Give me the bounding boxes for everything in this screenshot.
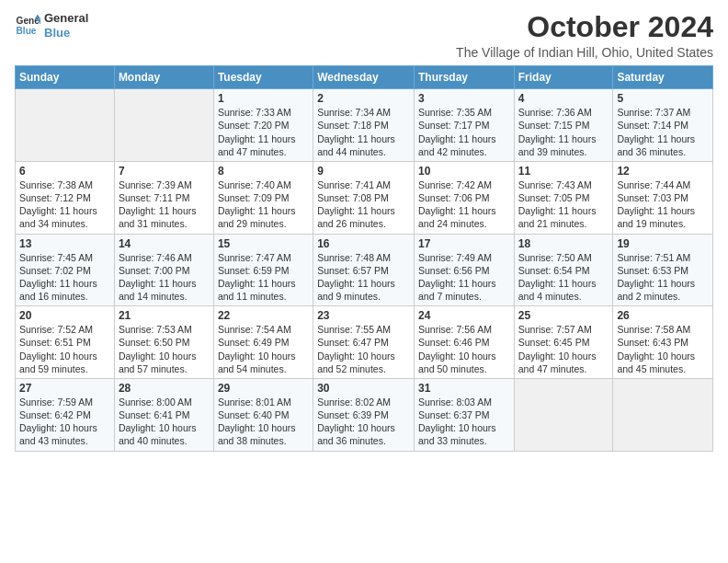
day-number: 28 — [119, 382, 210, 395]
table-row: 19Sunrise: 7:51 AM Sunset: 6:53 PM Dayli… — [613, 234, 713, 306]
logo-text-general: General — [44, 11, 88, 26]
day-info: Sunrise: 8:03 AM Sunset: 6:37 PM Dayligh… — [418, 396, 510, 448]
day-info: Sunrise: 7:53 AM Sunset: 6:50 PM Dayligh… — [119, 323, 210, 375]
day-info: Sunrise: 7:46 AM Sunset: 7:00 PM Dayligh… — [119, 251, 210, 304]
table-row: 23Sunrise: 7:55 AM Sunset: 6:47 PM Dayli… — [313, 306, 415, 379]
day-info: Sunrise: 7:41 AM Sunset: 7:08 PM Dayligh… — [317, 178, 410, 231]
day-number: 30 — [317, 382, 410, 395]
day-number: 24 — [418, 309, 510, 322]
day-info: Sunrise: 7:39 AM Sunset: 7:11 PM Dayligh… — [119, 178, 210, 231]
table-row: 24Sunrise: 7:56 AM Sunset: 6:46 PM Dayli… — [414, 306, 514, 379]
table-row: 27Sunrise: 7:59 AM Sunset: 6:42 PM Dayli… — [16, 378, 115, 451]
table-row: 22Sunrise: 7:54 AM Sunset: 6:49 PM Dayli… — [213, 306, 313, 379]
page: General Blue General Blue October 2024 T… — [0, 0, 728, 563]
table-row: 18Sunrise: 7:50 AM Sunset: 6:54 PM Dayli… — [514, 234, 613, 306]
table-row: 30Sunrise: 8:02 AM Sunset: 6:39 PM Dayli… — [313, 378, 415, 451]
day-number: 22 — [218, 309, 309, 322]
table-row — [514, 378, 613, 451]
day-info: Sunrise: 7:36 AM Sunset: 7:15 PM Dayligh… — [518, 106, 609, 158]
day-number: 6 — [19, 165, 110, 178]
calendar-week-row: 1Sunrise: 7:33 AM Sunset: 7:20 PM Daylig… — [16, 89, 713, 162]
table-row: 1Sunrise: 7:33 AM Sunset: 7:20 PM Daylig… — [213, 89, 313, 162]
day-number: 9 — [317, 165, 410, 178]
svg-text:Blue: Blue — [17, 25, 37, 35]
day-info: Sunrise: 7:49 AM Sunset: 6:56 PM Dayligh… — [418, 251, 510, 304]
day-info: Sunrise: 7:45 AM Sunset: 7:02 PM Dayligh… — [19, 251, 110, 304]
calendar-week-row: 20Sunrise: 7:52 AM Sunset: 6:51 PM Dayli… — [16, 306, 713, 379]
day-info: Sunrise: 7:34 AM Sunset: 7:18 PM Dayligh… — [317, 106, 410, 158]
logo-text-blue: Blue — [44, 26, 88, 40]
day-number: 1 — [218, 92, 309, 105]
calendar-header-row: Sunday Monday Tuesday Wednesday Thursday… — [16, 66, 713, 89]
day-number: 25 — [518, 309, 609, 322]
day-info: Sunrise: 7:50 AM Sunset: 6:54 PM Dayligh… — [518, 251, 609, 304]
day-number: 19 — [617, 237, 709, 250]
table-row: 5Sunrise: 7:37 AM Sunset: 7:14 PM Daylig… — [613, 89, 713, 162]
day-info: Sunrise: 7:59 AM Sunset: 6:42 PM Dayligh… — [19, 396, 110, 448]
day-number: 13 — [19, 237, 110, 250]
calendar-week-row: 6Sunrise: 7:38 AM Sunset: 7:12 PM Daylig… — [16, 161, 713, 234]
table-row: 2Sunrise: 7:34 AM Sunset: 7:18 PM Daylig… — [313, 89, 415, 162]
day-number: 7 — [119, 165, 210, 178]
day-info: Sunrise: 7:40 AM Sunset: 7:09 PM Dayligh… — [218, 178, 309, 231]
table-row: 16Sunrise: 7:48 AM Sunset: 6:57 PM Dayli… — [313, 234, 415, 306]
calendar-subtitle: The Village of Indian Hill, Ohio, United… — [456, 45, 713, 60]
day-number: 5 — [617, 92, 709, 105]
day-info: Sunrise: 7:37 AM Sunset: 7:14 PM Dayligh… — [617, 106, 709, 158]
col-thursday: Thursday — [414, 66, 514, 89]
table-row: 20Sunrise: 7:52 AM Sunset: 6:51 PM Dayli… — [16, 306, 115, 379]
calendar-week-row: 13Sunrise: 7:45 AM Sunset: 7:02 PM Dayli… — [16, 234, 713, 306]
day-info: Sunrise: 7:57 AM Sunset: 6:45 PM Dayligh… — [518, 323, 609, 375]
col-tuesday: Tuesday — [213, 66, 313, 89]
day-info: Sunrise: 8:00 AM Sunset: 6:41 PM Dayligh… — [119, 396, 210, 448]
table-row: 4Sunrise: 7:36 AM Sunset: 7:15 PM Daylig… — [514, 89, 613, 162]
table-row: 10Sunrise: 7:42 AM Sunset: 7:06 PM Dayli… — [414, 161, 514, 234]
day-number: 17 — [418, 237, 510, 250]
col-wednesday: Wednesday — [313, 66, 415, 89]
day-number: 20 — [19, 309, 110, 322]
table-row: 11Sunrise: 7:43 AM Sunset: 7:05 PM Dayli… — [514, 161, 613, 234]
col-friday: Friday — [514, 66, 613, 89]
header: General Blue General Blue October 2024 T… — [15, 11, 713, 60]
day-number: 18 — [518, 237, 609, 250]
day-info: Sunrise: 7:33 AM Sunset: 7:20 PM Dayligh… — [218, 106, 309, 158]
table-row: 8Sunrise: 7:40 AM Sunset: 7:09 PM Daylig… — [213, 161, 313, 234]
day-info: Sunrise: 7:52 AM Sunset: 6:51 PM Dayligh… — [19, 323, 110, 375]
logo: General Blue General Blue — [15, 11, 88, 40]
table-row: 28Sunrise: 8:00 AM Sunset: 6:41 PM Dayli… — [114, 378, 213, 451]
day-info: Sunrise: 7:58 AM Sunset: 6:43 PM Dayligh… — [617, 323, 709, 375]
table-row: 6Sunrise: 7:38 AM Sunset: 7:12 PM Daylig… — [16, 161, 115, 234]
day-info: Sunrise: 8:02 AM Sunset: 6:39 PM Dayligh… — [317, 396, 410, 448]
table-row: 25Sunrise: 7:57 AM Sunset: 6:45 PM Dayli… — [514, 306, 613, 379]
day-info: Sunrise: 7:38 AM Sunset: 7:12 PM Dayligh… — [19, 178, 110, 231]
day-number: 15 — [218, 237, 309, 250]
table-row: 26Sunrise: 7:58 AM Sunset: 6:43 PM Dayli… — [613, 306, 713, 379]
table-row: 31Sunrise: 8:03 AM Sunset: 6:37 PM Dayli… — [414, 378, 514, 451]
day-number: 29 — [218, 382, 309, 395]
table-row: 3Sunrise: 7:35 AM Sunset: 7:17 PM Daylig… — [414, 89, 514, 162]
day-info: Sunrise: 7:56 AM Sunset: 6:46 PM Dayligh… — [418, 323, 510, 375]
table-row: 15Sunrise: 7:47 AM Sunset: 6:59 PM Dayli… — [213, 234, 313, 306]
table-row: 21Sunrise: 7:53 AM Sunset: 6:50 PM Dayli… — [114, 306, 213, 379]
col-sunday: Sunday — [16, 66, 115, 89]
table-row: 12Sunrise: 7:44 AM Sunset: 7:03 PM Dayli… — [613, 161, 713, 234]
table-row: 14Sunrise: 7:46 AM Sunset: 7:00 PM Dayli… — [114, 234, 213, 306]
day-number: 23 — [317, 309, 410, 322]
day-number: 3 — [418, 92, 510, 105]
day-number: 2 — [317, 92, 410, 105]
day-number: 21 — [119, 309, 210, 322]
day-number: 14 — [119, 237, 210, 250]
calendar-title: October 2024 — [456, 11, 713, 43]
day-number: 16 — [317, 237, 410, 250]
day-number: 10 — [418, 165, 510, 178]
col-monday: Monday — [114, 66, 213, 89]
day-number: 4 — [518, 92, 609, 105]
day-info: Sunrise: 7:43 AM Sunset: 7:05 PM Dayligh… — [518, 178, 609, 231]
day-info: Sunrise: 8:01 AM Sunset: 6:40 PM Dayligh… — [218, 396, 309, 448]
day-info: Sunrise: 7:35 AM Sunset: 7:17 PM Dayligh… — [418, 106, 510, 158]
calendar-week-row: 27Sunrise: 7:59 AM Sunset: 6:42 PM Dayli… — [16, 378, 713, 451]
day-info: Sunrise: 7:47 AM Sunset: 6:59 PM Dayligh… — [218, 251, 309, 304]
day-info: Sunrise: 7:54 AM Sunset: 6:49 PM Dayligh… — [218, 323, 309, 375]
table-row — [16, 89, 115, 162]
day-number: 27 — [19, 382, 110, 395]
